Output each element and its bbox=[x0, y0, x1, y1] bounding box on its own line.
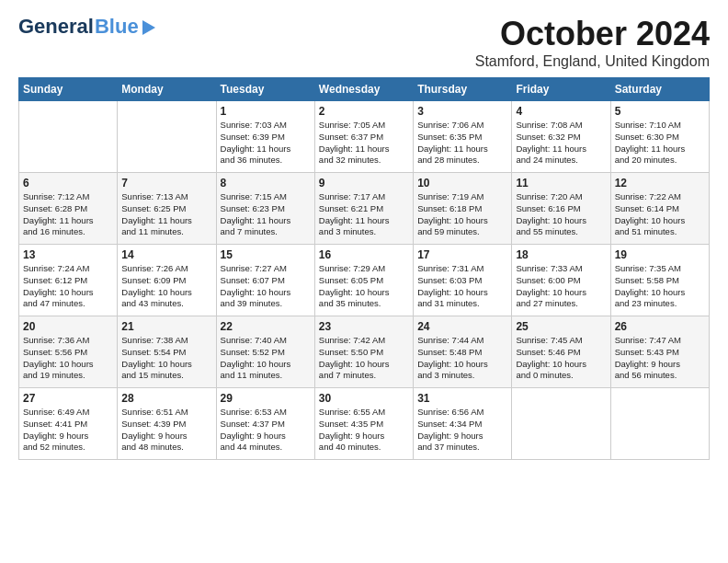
day-number: 20 bbox=[23, 320, 113, 333]
week-row: 1Sunrise: 7:03 AM Sunset: 6:39 PM Daylig… bbox=[19, 101, 710, 173]
cell-daylight-info: Sunrise: 7:12 AM Sunset: 6:28 PM Dayligh… bbox=[23, 191, 113, 238]
cell-daylight-info: Sunrise: 7:33 AM Sunset: 6:00 PM Dayligh… bbox=[516, 263, 606, 310]
calendar-cell: 14Sunrise: 7:26 AM Sunset: 6:09 PM Dayli… bbox=[118, 245, 216, 316]
cell-daylight-info: Sunrise: 7:06 AM Sunset: 6:35 PM Dayligh… bbox=[417, 120, 507, 167]
calendar-cell: 11Sunrise: 7:20 AM Sunset: 6:16 PM Dayli… bbox=[512, 173, 610, 245]
header-cell-friday: Friday bbox=[512, 78, 610, 101]
calendar-cell: 8Sunrise: 7:15 AM Sunset: 6:23 PM Daylig… bbox=[216, 173, 314, 245]
cell-daylight-info: Sunrise: 7:13 AM Sunset: 6:25 PM Dayligh… bbox=[121, 191, 211, 238]
day-number: 12 bbox=[615, 177, 705, 190]
calendar-cell: 18Sunrise: 7:33 AM Sunset: 6:00 PM Dayli… bbox=[512, 245, 610, 316]
cell-daylight-info: Sunrise: 7:24 AM Sunset: 6:12 PM Dayligh… bbox=[23, 263, 113, 310]
page-subtitle: Stamford, England, United Kingdom bbox=[475, 53, 710, 70]
logo-block: General Blue bbox=[18, 15, 157, 39]
header-cell-wednesday: Wednesday bbox=[314, 78, 413, 101]
calendar-cell: 3Sunrise: 7:06 AM Sunset: 6:35 PM Daylig… bbox=[414, 101, 512, 173]
calendar-cell: 29Sunrise: 6:53 AM Sunset: 4:37 PM Dayli… bbox=[216, 388, 314, 460]
calendar-cell: 30Sunrise: 6:55 AM Sunset: 4:35 PM Dayli… bbox=[314, 388, 413, 460]
cell-daylight-info: Sunrise: 7:22 AM Sunset: 6:14 PM Dayligh… bbox=[615, 191, 705, 238]
calendar-cell: 12Sunrise: 7:22 AM Sunset: 6:14 PM Dayli… bbox=[610, 173, 709, 245]
title-block: October 2024 Stamford, England, United K… bbox=[475, 15, 710, 70]
svg-marker-0 bbox=[142, 20, 155, 35]
day-number: 31 bbox=[417, 392, 507, 405]
calendar-cell bbox=[610, 388, 709, 460]
day-number: 26 bbox=[615, 320, 705, 333]
calendar-cell: 15Sunrise: 7:27 AM Sunset: 6:07 PM Dayli… bbox=[216, 245, 314, 316]
calendar-table: SundayMondayTuesdayWednesdayThursdayFrid… bbox=[18, 77, 710, 460]
calendar-cell: 22Sunrise: 7:40 AM Sunset: 5:52 PM Dayli… bbox=[216, 316, 314, 388]
cell-daylight-info: Sunrise: 6:53 AM Sunset: 4:37 PM Dayligh… bbox=[221, 407, 311, 454]
calendar-cell bbox=[512, 388, 610, 460]
day-number: 3 bbox=[417, 105, 507, 118]
day-number: 6 bbox=[23, 177, 113, 190]
cell-daylight-info: Sunrise: 7:19 AM Sunset: 6:18 PM Dayligh… bbox=[417, 191, 507, 238]
day-number: 22 bbox=[221, 320, 311, 333]
cell-daylight-info: Sunrise: 7:10 AM Sunset: 6:30 PM Dayligh… bbox=[615, 120, 705, 167]
day-number: 28 bbox=[121, 392, 211, 405]
cell-daylight-info: Sunrise: 7:35 AM Sunset: 5:58 PM Dayligh… bbox=[615, 263, 705, 310]
week-row: 20Sunrise: 7:36 AM Sunset: 5:56 PM Dayli… bbox=[19, 316, 710, 388]
day-number: 7 bbox=[121, 177, 211, 190]
cell-daylight-info: Sunrise: 7:45 AM Sunset: 5:46 PM Dayligh… bbox=[516, 335, 606, 382]
day-number: 9 bbox=[319, 177, 409, 190]
cell-daylight-info: Sunrise: 7:42 AM Sunset: 5:50 PM Dayligh… bbox=[319, 335, 409, 382]
header-row: SundayMondayTuesdayWednesdayThursdayFrid… bbox=[19, 78, 710, 101]
day-number: 13 bbox=[23, 248, 113, 261]
cell-daylight-info: Sunrise: 7:29 AM Sunset: 6:05 PM Dayligh… bbox=[319, 263, 409, 310]
header-cell-sunday: Sunday bbox=[19, 78, 118, 101]
cell-daylight-info: Sunrise: 7:05 AM Sunset: 6:37 PM Dayligh… bbox=[319, 120, 409, 167]
calendar-cell: 25Sunrise: 7:45 AM Sunset: 5:46 PM Dayli… bbox=[512, 316, 610, 388]
day-number: 29 bbox=[221, 392, 311, 405]
day-number: 24 bbox=[417, 320, 507, 333]
day-number: 5 bbox=[615, 105, 705, 118]
calendar-cell: 4Sunrise: 7:08 AM Sunset: 6:32 PM Daylig… bbox=[512, 101, 610, 173]
cell-daylight-info: Sunrise: 7:20 AM Sunset: 6:16 PM Dayligh… bbox=[516, 191, 606, 238]
day-number: 15 bbox=[221, 248, 311, 261]
calendar-cell: 19Sunrise: 7:35 AM Sunset: 5:58 PM Dayli… bbox=[610, 245, 709, 316]
header-cell-thursday: Thursday bbox=[414, 78, 512, 101]
logo-general: General bbox=[18, 15, 94, 39]
day-number: 19 bbox=[615, 248, 705, 261]
cell-daylight-info: Sunrise: 7:17 AM Sunset: 6:21 PM Dayligh… bbox=[319, 191, 409, 238]
day-number: 27 bbox=[23, 392, 113, 405]
calendar-cell: 26Sunrise: 7:47 AM Sunset: 5:43 PM Dayli… bbox=[610, 316, 709, 388]
calendar-cell: 13Sunrise: 7:24 AM Sunset: 6:12 PM Dayli… bbox=[19, 245, 118, 316]
week-row: 27Sunrise: 6:49 AM Sunset: 4:41 PM Dayli… bbox=[19, 388, 710, 460]
day-number: 25 bbox=[516, 320, 606, 333]
cell-daylight-info: Sunrise: 7:03 AM Sunset: 6:39 PM Dayligh… bbox=[221, 120, 311, 167]
calendar-cell: 28Sunrise: 6:51 AM Sunset: 4:39 PM Dayli… bbox=[118, 388, 216, 460]
cell-daylight-info: Sunrise: 7:47 AM Sunset: 5:43 PM Dayligh… bbox=[615, 335, 705, 382]
calendar-cell: 27Sunrise: 6:49 AM Sunset: 4:41 PM Dayli… bbox=[19, 388, 118, 460]
calendar-cell: 31Sunrise: 6:56 AM Sunset: 4:34 PM Dayli… bbox=[414, 388, 512, 460]
day-number: 17 bbox=[417, 248, 507, 261]
day-number: 11 bbox=[516, 177, 606, 190]
calendar-cell: 7Sunrise: 7:13 AM Sunset: 6:25 PM Daylig… bbox=[118, 173, 216, 245]
cell-daylight-info: Sunrise: 7:38 AM Sunset: 5:54 PM Dayligh… bbox=[121, 335, 211, 382]
cell-daylight-info: Sunrise: 6:49 AM Sunset: 4:41 PM Dayligh… bbox=[23, 407, 113, 454]
calendar-cell: 21Sunrise: 7:38 AM Sunset: 5:54 PM Dayli… bbox=[118, 316, 216, 388]
calendar-cell: 16Sunrise: 7:29 AM Sunset: 6:05 PM Dayli… bbox=[314, 245, 413, 316]
cell-daylight-info: Sunrise: 6:55 AM Sunset: 4:35 PM Dayligh… bbox=[319, 407, 409, 454]
calendar-cell: 10Sunrise: 7:19 AM Sunset: 6:18 PM Dayli… bbox=[414, 173, 512, 245]
day-number: 16 bbox=[319, 248, 409, 261]
calendar-header: SundayMondayTuesdayWednesdayThursdayFrid… bbox=[19, 78, 710, 101]
calendar-cell: 20Sunrise: 7:36 AM Sunset: 5:56 PM Dayli… bbox=[19, 316, 118, 388]
day-number: 23 bbox=[319, 320, 409, 333]
header-cell-tuesday: Tuesday bbox=[216, 78, 314, 101]
cell-daylight-info: Sunrise: 7:08 AM Sunset: 6:32 PM Dayligh… bbox=[516, 120, 606, 167]
logo-arrow-icon bbox=[141, 20, 157, 37]
cell-daylight-info: Sunrise: 7:15 AM Sunset: 6:23 PM Dayligh… bbox=[221, 191, 311, 238]
header: General Blue October 2024 Stamford, Engl… bbox=[18, 15, 710, 70]
header-cell-monday: Monday bbox=[118, 78, 216, 101]
calendar-cell: 24Sunrise: 7:44 AM Sunset: 5:48 PM Dayli… bbox=[414, 316, 512, 388]
calendar-cell bbox=[118, 101, 216, 173]
day-number: 21 bbox=[121, 320, 211, 333]
cell-daylight-info: Sunrise: 6:51 AM Sunset: 4:39 PM Dayligh… bbox=[121, 407, 211, 454]
cell-daylight-info: Sunrise: 6:56 AM Sunset: 4:34 PM Dayligh… bbox=[417, 407, 507, 454]
calendar-cell bbox=[19, 101, 118, 173]
logo: General Blue bbox=[18, 15, 157, 39]
day-number: 30 bbox=[319, 392, 409, 405]
cell-daylight-info: Sunrise: 7:26 AM Sunset: 6:09 PM Dayligh… bbox=[121, 263, 211, 310]
calendar-cell: 23Sunrise: 7:42 AM Sunset: 5:50 PM Dayli… bbox=[314, 316, 413, 388]
calendar-cell: 2Sunrise: 7:05 AM Sunset: 6:37 PM Daylig… bbox=[314, 101, 413, 173]
